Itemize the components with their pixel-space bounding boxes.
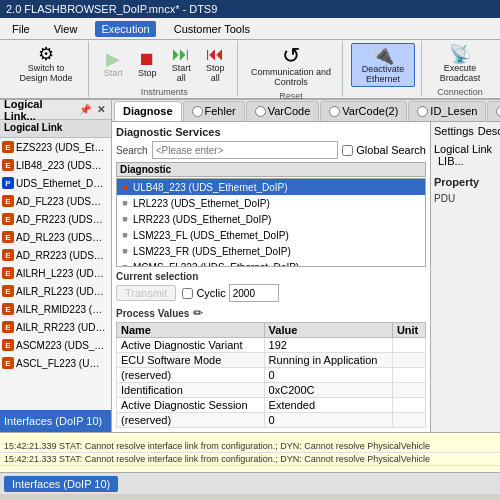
instruments-label: Instruments — [141, 87, 188, 97]
cell-value-4: Extended — [264, 398, 392, 413]
sidebar-item-0[interactable]: E EZS223 (UDS_Ethe... — [0, 138, 111, 156]
sidebar-item-9[interactable]: E AILR_RMID223 (UDS_... — [0, 300, 111, 318]
diag-item-4[interactable]: ■ LSM223_FR (UDS_Ethernet_DoIP) — [117, 243, 425, 259]
tab-trace[interactable]: Trace — [487, 101, 500, 121]
table-row-1: ECU Software ModeRunning in Application — [117, 353, 426, 368]
logical-link-label: Logical Link — [434, 143, 492, 155]
badge-e-10: E — [2, 321, 14, 333]
process-section: Process Values ✏ Name Value Unit — [116, 306, 426, 428]
sidebar-item-1[interactable]: E LIB48_223 (UDS_Eth... — [0, 156, 111, 174]
stop-all-button[interactable]: ⏮ Stop all — [199, 43, 231, 85]
description-label: Descripti... — [478, 125, 500, 137]
sidebar-item-text-0: EZS223 (UDS_Ethe... — [16, 142, 106, 153]
menu-bar: File View Execution Customer Tools — [0, 18, 500, 40]
diagnostic-list-header: Diagnostic — [116, 162, 426, 177]
bottom-tab-interfaces[interactable]: Interfaces (DoIP 10) — [4, 476, 118, 492]
toolbar-group-deactivate: 🔌 Deactivate Ethernet — [345, 41, 422, 97]
diag-item-icon-1: ■ — [119, 197, 131, 209]
sidebar-item-text-8: AILR_RL223 (UDS_Eth... — [16, 286, 106, 297]
diag-item-icon-4: ■ — [119, 245, 131, 257]
sidebar-footer[interactable]: Interfaces (DoIP 10) — [0, 410, 111, 432]
switch-design-mode-button[interactable]: ⚙ Switch to Design Mode — [10, 43, 82, 85]
badge-e-1: E — [2, 159, 14, 171]
sidebar-item-8[interactable]: E AILR_RL223 (UDS_Eth... — [0, 282, 111, 300]
cell-unit-0 — [392, 338, 425, 353]
tab-radio-varcode[interactable] — [255, 106, 266, 117]
cell-name-4: Active Diagnostic Session — [117, 398, 265, 413]
status-bar: 15:42:21.339 STAT: Cannot resolve interf… — [0, 432, 500, 472]
toolbar-group-instruments: ▶ Start ⏹ Stop ⏭ Start all ⏮ Stop all In… — [91, 41, 238, 97]
diag-item-3[interactable]: ■ LSM223_FL (UDS_Ethernet_DoIP) — [117, 227, 425, 243]
diag-item-text-2: LRR223 (UDS_Ethernet_DoIP) — [133, 214, 271, 225]
sidebar-item-text-11: ASCM223 (UDS_Eth... — [16, 340, 106, 351]
status-line-1: 15:42:21.333 STAT: Cannot resolve interf… — [0, 453, 500, 466]
settings-panel: Settings Descripti... Logical Link LIB..… — [430, 122, 500, 432]
toolbar-group-connection: 📡 Execute Broadcast Connection — [424, 41, 496, 97]
tab-varcode[interactable]: VarCode — [246, 101, 320, 121]
deactivate-ethernet-button[interactable]: 🔌 Deactivate Ethernet — [351, 43, 415, 87]
menu-execution[interactable]: Execution — [95, 21, 155, 37]
sidebar-item-11[interactable]: E ASCM223 (UDS_Eth... — [0, 336, 111, 354]
transmit-button[interactable]: Transmit — [116, 285, 176, 301]
search-input[interactable] — [152, 141, 339, 159]
table-row-0: Active Diagnostic Variant192 — [117, 338, 426, 353]
diag-item-5[interactable]: ■ MCMS_FL223 (UDS_Ethernet_DoIP) — [117, 259, 425, 267]
toolbar-group-design: ⚙ Switch to Design Mode — [4, 41, 89, 97]
sidebar-title: Logical Link... — [4, 100, 77, 122]
process-edit-icon[interactable]: ✏ — [193, 306, 203, 320]
communication-controls-button[interactable]: ↺ Communication and Controls — [246, 43, 336, 89]
tab-radio-idlesen[interactable] — [417, 106, 428, 117]
start-all-icon: ⏭ — [172, 45, 190, 63]
sidebar-item-4[interactable]: E AD_FR223 (UDS_Eth... — [0, 210, 111, 228]
diag-item-2[interactable]: ■ LRR223 (UDS_Ethernet_DoIP) — [117, 211, 425, 227]
sidebar-item-12[interactable]: E ASCL_FL223 (UDS_Et... — [0, 354, 111, 372]
broadcast-icon: 📡 — [449, 45, 471, 63]
sidebar-item-text-3: AD_FL223 (UDS_Eth... — [16, 196, 106, 207]
cyclic-value-input[interactable] — [229, 284, 279, 302]
tab-varcode2[interactable]: VarCode(2) — [320, 101, 407, 121]
sidebar-item-10[interactable]: E AILR_RR223 (UDS_Et... — [0, 318, 111, 336]
tab-radio-fehler[interactable] — [192, 106, 203, 117]
sidebar-close-button[interactable]: ✕ — [95, 104, 107, 115]
menu-file[interactable]: File — [6, 21, 36, 37]
menu-customer-tools[interactable]: Customer Tools — [168, 21, 256, 37]
tab-diagnose[interactable]: Diagnose — [114, 101, 182, 121]
tab-radio-varcode2[interactable] — [329, 106, 340, 117]
tab-idlesen[interactable]: ID_Lesen — [408, 101, 486, 121]
cyclic-checkbox[interactable] — [182, 288, 193, 299]
diag-item-icon-0: ■ — [119, 181, 131, 193]
process-values-title: Process Values — [116, 308, 189, 319]
execute-broadcast-button[interactable]: 📡 Execute Broadcast — [430, 43, 490, 85]
cell-unit-2 — [392, 368, 425, 383]
reset-icon: ↺ — [282, 45, 300, 67]
stop-button[interactable]: ⏹ Stop — [131, 48, 163, 80]
start-all-button[interactable]: ⏭ Start all — [165, 43, 197, 85]
title-text: 2.0 FLASHBROWSER_DoIP.mncx* - DTS9 — [6, 3, 217, 15]
sidebar-item-5[interactable]: E AD_RL223 (UDS_Eth... — [0, 228, 111, 246]
sidebar-item-7[interactable]: E AILRH_L223 (UDS_Et... — [0, 264, 111, 282]
diag-item-0[interactable]: ■ ULB48_223 (UDS_Ethernet_DoIP) — [117, 179, 425, 195]
tab-radio-trace[interactable] — [496, 106, 500, 117]
global-search-checkbox[interactable] — [342, 145, 353, 156]
badge-e-12: E — [2, 357, 14, 369]
badge-e-6: E — [2, 249, 14, 261]
sidebar-item-text-2: UDS_Ethernet_DoIP — [16, 178, 106, 189]
bottom-row: Interfaces (DoIP 10) — [0, 472, 500, 494]
diag-item-text-1: LRL223 (UDS_Ethernet_DoIP) — [133, 198, 270, 209]
menu-view[interactable]: View — [48, 21, 84, 37]
cell-value-0: 192 — [264, 338, 392, 353]
cell-name-0: Active Diagnostic Variant — [117, 338, 265, 353]
sidebar-pin-button[interactable]: 📌 — [77, 104, 93, 115]
cyclic-label: Cyclic — [196, 287, 225, 299]
sidebar-item-3[interactable]: E AD_FL223 (UDS_Eth... — [0, 192, 111, 210]
sidebar-item-6[interactable]: E AD_RR223 (UDS_Eth... — [0, 246, 111, 264]
diag-item-1[interactable]: ■ LRL223 (UDS_Ethernet_DoIP) — [117, 195, 425, 211]
stop-all-icon: ⏮ — [206, 45, 224, 63]
sidebar-item-2[interactable]: P UDS_Ethernet_DoIP — [0, 174, 111, 192]
badge-e-8: E — [2, 285, 14, 297]
cell-unit-3 — [392, 383, 425, 398]
start-button[interactable]: ▶ Start — [97, 48, 129, 80]
sidebar-item-text-10: AILR_RR223 (UDS_Et... — [16, 322, 106, 333]
tab-fehler[interactable]: Fehler — [183, 101, 245, 121]
badge-e-4: E — [2, 213, 14, 225]
